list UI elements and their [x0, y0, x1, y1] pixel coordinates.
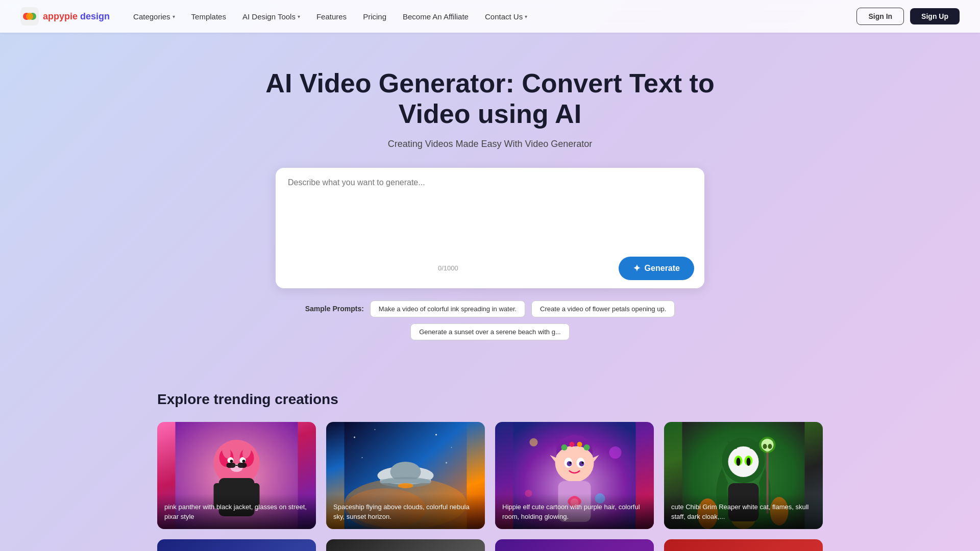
svg-point-10 [230, 460, 233, 463]
svg-rect-18 [227, 463, 236, 468]
trending-card-4[interactable]: cute Chibi Grim Reaper white cat, flames… [664, 422, 823, 529]
nav-actions: Sign In Sign Up [856, 8, 960, 25]
svg-rect-19 [238, 463, 247, 468]
card-4-overlay: cute Chibi Grim Reaper white cat, flames… [664, 494, 823, 529]
prompt-box: 0/1000 ✦ Generate [276, 168, 704, 288]
trending-card-2[interactable]: Spaceship flying above clouds, colorful … [326, 422, 485, 529]
svg-point-22 [354, 436, 355, 438]
sample-prompt-2[interactable]: Create a video of flower petals opening … [531, 300, 675, 317]
sign-up-button[interactable]: Sign Up [910, 8, 960, 24]
nav-ai-tools[interactable]: AI Design Tools ▾ [235, 8, 307, 25]
svg-point-43 [577, 442, 582, 447]
char-count: 0/1000 [438, 264, 458, 272]
prompt-textarea[interactable] [276, 168, 704, 249]
svg-point-63 [747, 458, 751, 466]
nav-links: Categories ▾ Templates AI Design Tools ▾… [126, 8, 856, 25]
logo-text: appypie design [43, 11, 110, 22]
trending-cards-bottom [157, 539, 823, 551]
hero-title: AI Video Generator: Convert Text to Vide… [260, 68, 720, 130]
svg-point-47 [567, 461, 572, 466]
trending-card-1[interactable]: pink panther with black jacket, glasses … [157, 422, 316, 529]
svg-point-25 [451, 447, 452, 448]
chevron-down-icon: ▾ [173, 14, 175, 19]
svg-point-44 [584, 444, 590, 450]
svg-point-24 [435, 434, 437, 435]
nav-features[interactable]: Features [309, 8, 354, 25]
chevron-down-icon: ▾ [525, 14, 527, 19]
hero-section: AI Video Generator: Convert Text to Vide… [0, 33, 980, 361]
svg-point-42 [570, 442, 575, 447]
card-3-label: Hippie elf cute cartoon with purple hair… [502, 503, 640, 520]
svg-point-34 [398, 483, 413, 488]
trending-card-6[interactable] [326, 539, 485, 551]
sample-prompts-row: Sample Prompts: Make a video of colorful… [260, 300, 720, 340]
trending-cards-grid: pink panther with black jacket, glasses … [157, 422, 823, 529]
generate-button[interactable]: ✦ Generate [619, 257, 694, 280]
card-2-overlay: Spaceship flying above clouds, colorful … [326, 494, 485, 529]
card-2-label: Spaceship flying above clouds, colorful … [333, 503, 470, 520]
svg-point-23 [375, 429, 376, 430]
svg-point-11 [242, 460, 246, 463]
svg-point-37 [609, 446, 622, 459]
explore-title: Explore trending creations [157, 391, 823, 408]
card-3-overlay: Hippie elf cute cartoon with purple hair… [495, 494, 654, 529]
svg-point-41 [561, 444, 568, 450]
logo[interactable]: appypie design [20, 7, 110, 26]
svg-point-50 [582, 462, 584, 464]
explore-section: Explore trending creations [0, 361, 980, 551]
generate-label: Generate [645, 264, 680, 273]
svg-point-59 [728, 446, 759, 477]
svg-point-3 [26, 13, 33, 20]
svg-point-36 [530, 438, 538, 446]
svg-point-27 [446, 462, 447, 463]
sign-in-button[interactable]: Sign In [856, 8, 904, 25]
chevron-down-icon: ▾ [298, 14, 300, 19]
svg-point-62 [737, 458, 741, 466]
sample-prompts-label: Sample Prompts: [305, 305, 364, 313]
trending-card-7[interactable] [495, 539, 654, 551]
nav-categories[interactable]: Categories ▾ [126, 8, 182, 25]
hero-subtitle: Creating Videos Made Easy With Video Gen… [388, 139, 593, 149]
logo-icon [20, 7, 39, 26]
navbar: appypie design Categories ▾ Templates AI… [0, 0, 980, 33]
sample-prompt-3[interactable]: Generate a sunset over a serene beach wi… [410, 323, 570, 340]
svg-point-69 [760, 437, 776, 453]
card-1-label: pink panther with black jacket, glasses … [164, 503, 307, 520]
trending-card-3[interactable]: Hippie elf cute cartoon with purple hair… [495, 422, 654, 529]
svg-point-49 [570, 462, 572, 464]
nav-pricing[interactable]: Pricing [356, 8, 394, 25]
card-4-label: cute Chibi Grim Reaper white cat, flames… [671, 503, 808, 520]
sparkle-icon: ✦ [633, 263, 641, 274]
card-1-overlay: pink panther with black jacket, glasses … [157, 494, 316, 529]
svg-point-26 [362, 457, 363, 458]
nav-affiliate[interactable]: Become An Affiliate [396, 8, 476, 25]
trending-card-8[interactable] [664, 539, 823, 551]
svg-point-48 [579, 461, 584, 466]
nav-contact[interactable]: Contact Us ▾ [478, 8, 534, 25]
nav-templates[interactable]: Templates [184, 8, 233, 25]
trending-card-5[interactable] [157, 539, 316, 551]
prompt-footer: 0/1000 ✦ Generate [276, 252, 704, 288]
sample-prompt-1[interactable]: Make a video of colorful ink spreading i… [370, 300, 525, 317]
